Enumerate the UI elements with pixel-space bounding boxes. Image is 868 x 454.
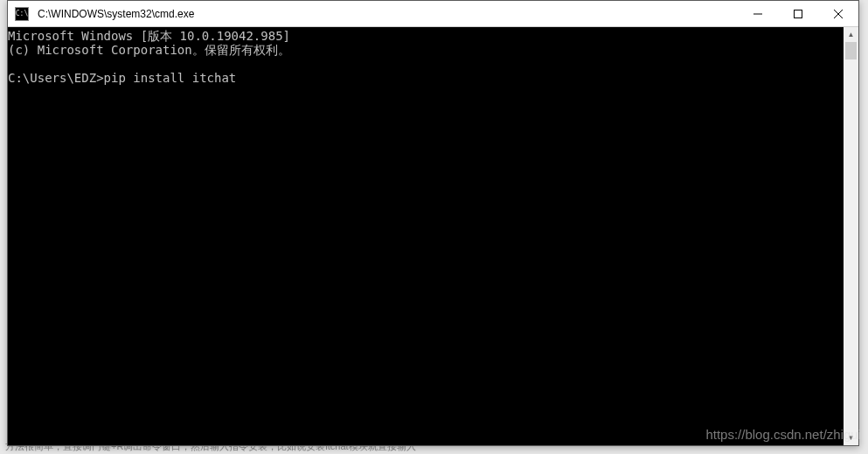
vertical-scrollbar[interactable]: ▲ ▼ <box>844 27 858 445</box>
command-text: pip install itchat <box>104 71 237 85</box>
version-line: Microsoft Windows [版本 10.0.19042.985] <box>8 29 290 43</box>
scroll-track[interactable] <box>844 42 858 430</box>
close-button[interactable] <box>818 1 858 26</box>
console-output[interactable]: Microsoft Windows [版本 10.0.19042.985] (c… <box>8 27 844 445</box>
window-title: C:\WINDOWS\system32\cmd.exe <box>36 8 738 20</box>
maximize-button[interactable] <box>778 1 818 26</box>
cmd-icon: C:\ <box>15 7 29 21</box>
cmd-window: C:\ C:\WINDOWS\system32\cmd.exe Microsof… <box>7 0 859 446</box>
console-area: Microsoft Windows [版本 10.0.19042.985] (c… <box>8 27 858 445</box>
window-controls <box>738 1 858 26</box>
scroll-thumb[interactable] <box>845 42 857 59</box>
titlebar[interactable]: C:\ C:\WINDOWS\system32\cmd.exe <box>8 1 858 27</box>
copyright-line: (c) Microsoft Corporation。保留所有权利。 <box>8 43 290 57</box>
prompt: C:\Users\EDZ> <box>8 71 104 85</box>
scroll-down-arrow-icon[interactable]: ▼ <box>844 430 858 445</box>
scroll-up-arrow-icon[interactable]: ▲ <box>844 27 858 42</box>
svg-rect-1 <box>795 10 802 17</box>
minimize-button[interactable] <box>738 1 778 26</box>
